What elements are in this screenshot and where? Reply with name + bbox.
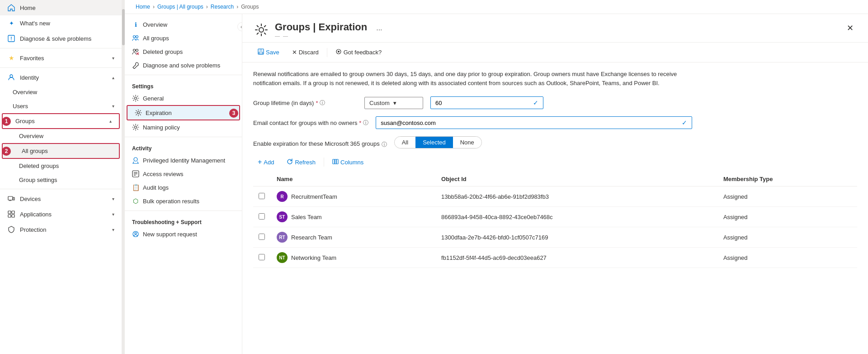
expiration-info-icon[interactable]: ⓘ [382,141,387,148]
svg-point-16 [135,97,137,100]
form-row-expiration: Enable expiration for these Microsoft 36… [253,136,857,148]
left-nav-pim[interactable]: Privileged Identity Management [125,153,242,167]
left-nav-diagnose[interactable]: Diagnose and solve problems [125,58,242,72]
chevron-up-icon: ▴ [109,119,112,124]
sidebar-item-whats-new[interactable]: ✦ What's new [0,15,122,31]
breadcrumb-home[interactable]: Home [136,4,150,10]
row-checkbox[interactable] [259,193,265,199]
col-object-id: Object Id [436,172,718,187]
table-row: R RecruitmentTeam 13bb58a6-20b2-4f66-ab6… [253,187,857,207]
row-checkbox[interactable] [259,254,265,260]
left-nav-all-groups[interactable]: All groups [125,31,242,45]
shield-icon [7,225,15,234]
svg-rect-28 [259,49,262,51]
left-nav-access-reviews-label: Access reviews [143,171,184,177]
sidebar-item-protection-label: Protection [20,226,47,233]
email-input[interactable] [381,120,678,126]
left-nav-bulk-ops[interactable]: ⬡ Bulk operation results [125,194,242,208]
refresh-button[interactable]: Refresh [282,156,320,168]
sidebar-item-deleted-groups-sub[interactable]: Deleted groups [0,159,122,173]
breadcrumb-all-groups[interactable]: Groups | All groups [157,4,203,10]
add-label: Add [264,159,274,166]
sidebar-item-diagnose-label: Diagnose & solve problems [20,35,91,42]
sidebar-item-groups-overview[interactable]: Overview [0,129,122,143]
left-nav-general[interactable]: General [125,91,242,105]
lifetime-value-input-wrapper: ✓ [430,96,543,109]
email-info-icon[interactable]: ⓘ [363,119,368,127]
save-button[interactable]: Save [253,46,284,58]
devices-icon [7,195,15,203]
sidebar-item-users-label: Users [13,103,28,110]
toggle-all[interactable]: All [395,137,415,148]
left-nav-access-reviews[interactable]: Access reviews [125,167,242,181]
sidebar-item-all-groups[interactable]: All groups [2,143,120,159]
expiration-label: Enable expiration for these Microsoft 36… [253,136,387,148]
sparkle-icon: ✦ [7,19,15,27]
left-nav-audit-logs[interactable]: 📋 Audit logs [125,181,242,194]
table-row: RT Research Team 1300dfaa-2e7b-4426-bfd0… [253,227,857,248]
sidebar-item-home-label: Home [20,5,36,11]
audit-logs-icon: 📋 [132,184,139,191]
sidebar-item-devices[interactable]: Devices ▾ [0,191,122,206]
sidebar: Home ✦ What's new ! Diagnose & solve pro… [0,0,122,354]
left-nav-new-support[interactable]: New support request [125,227,242,241]
toggle-none[interactable]: None [453,137,481,148]
col-name: Name [271,172,436,187]
lifetime-info-icon[interactable]: ⓘ [320,99,325,107]
page-header: Groups | Expiration — — ··· ✕ [242,14,868,43]
row-checkbox[interactable] [259,234,265,240]
avatar: NT [277,252,288,263]
breadcrumb: Home › Groups | All groups › Research › … [125,0,868,14]
svg-rect-7 [12,211,14,214]
breadcrumb-research[interactable]: Research [211,4,234,10]
row-membership-type: Assigned [718,207,857,227]
right-content: Groups | Expiration — — ··· ✕ Save ✕ [242,14,868,354]
columns-label: Columns [340,159,363,166]
toggle-selected[interactable]: Selected [415,137,453,148]
left-nav-pim-label: Privileged Identity Management [143,157,225,164]
discard-button[interactable]: ✕ Discard [288,47,323,58]
ellipsis-button[interactable]: ··· [373,24,386,36]
sidebar-item-group-settings[interactable]: Group settings [0,173,122,187]
info-icon: ℹ [132,21,139,28]
row-name-cell: R RecruitmentTeam [271,187,436,207]
row-checkbox[interactable] [259,213,265,220]
feedback-button[interactable]: Got feedback? [331,46,387,58]
close-button[interactable]: ✕ [843,21,857,35]
left-nav-deleted-groups[interactable]: Deleted groups [125,45,242,58]
sidebar-item-groups[interactable]: Groups ▴ [2,113,120,129]
lifetime-check-icon: ✓ [533,99,538,106]
sidebar-item-identity[interactable]: Identity ▴ [0,70,122,85]
sidebar-item-overview-id[interactable]: Overview [0,85,122,99]
svg-point-11 [136,36,138,38]
sidebar-item-protection[interactable]: Protection ▾ [0,222,122,237]
svg-point-25 [135,232,137,234]
sidebar-item-applications[interactable]: Applications ▾ [0,206,122,222]
left-nav-expiration[interactable]: Expiration [127,105,240,120]
page-title-group: Groups | Expiration — — [275,21,367,38]
add-button[interactable]: + Add [253,156,278,168]
sidebar-item-users[interactable]: Users ▾ [0,99,122,113]
lifetime-dropdown[interactable]: Custom ▾ [364,97,423,109]
pim-icon [132,157,139,164]
svg-rect-34 [336,159,338,164]
content-body: Renewal notifications are emailed to gro… [242,62,868,354]
sidebar-item-favorites[interactable]: ★ Favorites ▾ [0,50,122,66]
left-nav-naming-policy[interactable]: Naming policy [125,120,242,134]
svg-point-2 [10,75,13,77]
sidebar-item-diagnose[interactable]: ! Diagnose & solve problems [0,31,122,46]
groups-table: Name Object Id Membership Type R Recruit… [253,172,857,268]
table-toolbar-divider [324,158,324,167]
sidebar-item-group-settings-label: Group settings [19,177,57,183]
columns-button[interactable]: Columns [328,156,368,168]
table-toolbar: + Add Refresh Columns [253,156,857,168]
page-subtitle: — — [275,33,367,38]
svg-point-17 [137,112,140,114]
refresh-icon [287,158,293,166]
svg-point-31 [338,51,340,53]
feedback-label: Got feedback? [344,49,382,56]
lifetime-value-input[interactable] [435,100,529,106]
left-nav-overview[interactable]: ℹ Overview [125,18,242,31]
info-text: Renewal notifications are emailed to gro… [253,70,687,87]
sidebar-item-home[interactable]: Home [0,0,122,15]
